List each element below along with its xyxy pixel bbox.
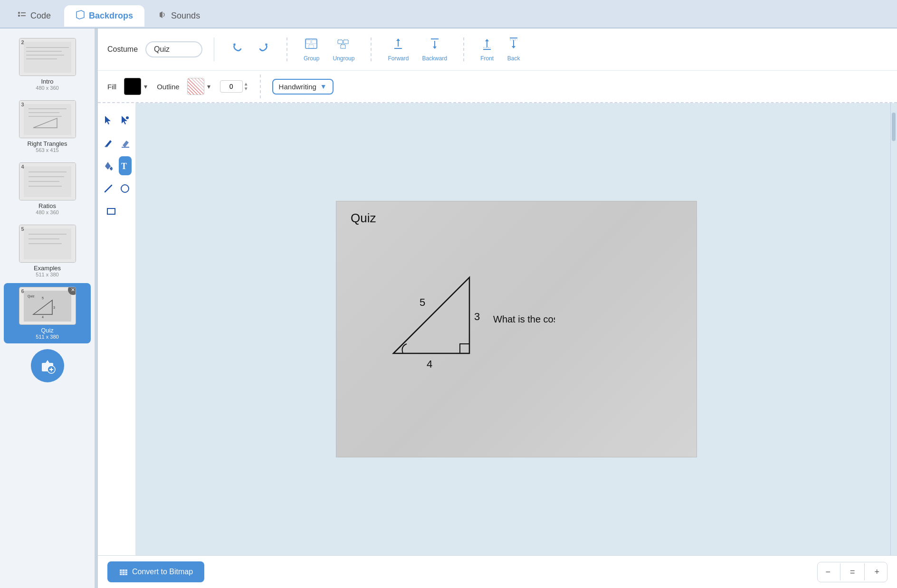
zoom-in-btn[interactable]: + [867, 562, 887, 582]
backdrop-item-right-trangles[interactable]: 3 Right Trangles 563 x 415 [4, 96, 91, 157]
undo-button[interactable] [226, 38, 248, 60]
backdrop-thumb-quiz: 6 ✕ Quiz534 [19, 287, 76, 325]
svg-text:5: 5 [420, 296, 425, 308]
svg-text:T: T [121, 161, 127, 171]
svg-marker-59 [105, 116, 111, 124]
svg-marker-46 [396, 38, 400, 41]
backdrop-label-right-trangles: Right Trangles [28, 140, 67, 147]
ungroup-icon [337, 37, 350, 53]
tab-backdrops[interactable]: Backdrops [64, 5, 144, 27]
group-button[interactable]: Group [299, 34, 324, 65]
canvas-scrollbar[interactable] [890, 103, 897, 555]
outline-stepper: ▲ ▼ [244, 82, 248, 91]
front-label: Front [480, 55, 494, 62]
canvas-wrapper[interactable]: Quiz 5 3 [136, 103, 897, 555]
text-tool-icon: T [120, 161, 130, 171]
backward-icon [428, 37, 441, 53]
zoom-fit-btn[interactable]: = [842, 562, 863, 582]
backdrop-item-quiz[interactable]: 6 ✕ Quiz534 Quiz 511 x 380 [4, 283, 91, 343]
front-icon [480, 37, 494, 53]
backdrop-item-ratios[interactable]: 4 Ratios 480 x 360 [4, 159, 91, 219]
tab-backdrops-label: Backdrops [89, 11, 133, 21]
fill-color-dropdown[interactable]: ▾ [142, 81, 149, 92]
backdrop-thumb-right-trangles: 3 [19, 100, 76, 138]
costume-label: Costume [107, 45, 138, 54]
svg-rect-39 [309, 45, 314, 48]
undo-icon [230, 41, 244, 57]
canvas-quiz-title: Quiz [351, 211, 376, 226]
backdrop-item-intro[interactable]: 2 Intro 480 x 360 [4, 34, 91, 95]
svg-text:4: 4 [427, 358, 432, 370]
canvas-scrollbar-thumb[interactable] [892, 113, 896, 141]
outline-color-dropdown[interactable]: ▾ [205, 81, 212, 92]
tab-bar: Code Backdrops Sounds [0, 0, 897, 28]
tab-code-label: Code [30, 11, 51, 21]
canvas-triangle-svg: 5 3 4 What is the cosine of the given an… [365, 249, 555, 382]
backdrop-size-right-trangles: 563 x 415 [36, 147, 58, 153]
fill-label: Fill [107, 83, 116, 91]
select-tool-btn[interactable] [102, 111, 115, 130]
toolbar-sep-1 [214, 38, 214, 61]
tools-panel: T [98, 103, 136, 555]
svg-marker-68 [393, 277, 469, 353]
sidebar: 2 Intro 480 x 360 3 Right Trangles [0, 28, 95, 588]
eraser-tool-btn[interactable] [119, 133, 132, 152]
tool-row-1 [102, 111, 132, 130]
svg-rect-38 [312, 40, 316, 44]
add-backdrop-button[interactable] [31, 349, 64, 382]
svg-point-61 [126, 116, 129, 119]
outline-value-input[interactable] [220, 80, 243, 93]
svg-rect-42 [344, 40, 348, 44]
svg-marker-31 [46, 360, 49, 363]
zoom-controls: − = + [817, 562, 887, 582]
redo-button[interactable] [252, 38, 275, 60]
convert-btn-label: Convert to Bitmap [132, 568, 193, 576]
backdrop-thumb-examples: 5 [19, 225, 76, 263]
fill-color-swatch[interactable] [124, 78, 141, 95]
backdrop-label-ratios: Ratios [38, 202, 56, 209]
tab-code[interactable]: Code [6, 5, 62, 27]
svg-text:5: 5 [42, 296, 44, 300]
backward-button[interactable]: Backward [417, 34, 452, 65]
text-tool-btn[interactable]: T [119, 156, 132, 175]
tool-row-3: T [102, 156, 132, 175]
zoom-sep-2 [864, 563, 865, 580]
fill-tool-btn[interactable] [102, 156, 115, 175]
add-backdrop-item[interactable] [4, 345, 91, 386]
svg-marker-4 [160, 11, 162, 18]
zoom-out-btn[interactable]: − [818, 562, 838, 582]
svg-rect-5 [24, 42, 71, 73]
svg-text:4: 4 [42, 315, 44, 319]
circle-tool-btn[interactable] [119, 179, 132, 198]
rectangle-tool-btn[interactable] [102, 202, 121, 221]
forward-button[interactable]: Forward [383, 34, 413, 65]
canvas-content: Quiz 5 3 [336, 201, 697, 457]
outline-decrement-btn[interactable]: ▼ [244, 86, 248, 91]
backdrop-item-examples[interactable]: 5 Examples 511 x 380 [4, 221, 91, 281]
svg-point-66 [121, 185, 129, 192]
backward-label: Backward [422, 55, 447, 62]
svg-rect-73 [120, 569, 127, 575]
tab-sounds[interactable]: Sounds [146, 5, 211, 27]
backdrop-label-intro: Intro [41, 78, 53, 85]
costume-input[interactable] [145, 41, 202, 57]
back-button[interactable]: Back [502, 34, 525, 65]
tool-row-4 [102, 179, 132, 198]
pencil-tool-btn[interactable] [102, 133, 115, 152]
svg-point-63 [110, 168, 112, 170]
svg-line-65 [105, 185, 112, 192]
line-tool-btn[interactable] [102, 179, 115, 198]
editor-panel: Costume [98, 28, 897, 588]
svg-marker-52 [485, 39, 489, 41]
ungroup-button[interactable]: Ungroup [328, 34, 359, 65]
reshape-tool-btn[interactable] [119, 111, 132, 130]
convert-to-bitmap-btn[interactable]: Convert to Bitmap [107, 561, 204, 582]
tools-and-canvas: T [98, 103, 897, 555]
zoom-sep-1 [840, 563, 840, 580]
front-button[interactable]: Front [476, 34, 498, 65]
outline-color-swatch[interactable] [187, 78, 204, 95]
svg-rect-37 [306, 40, 311, 44]
font-value: Handwriting [279, 83, 316, 91]
svg-rect-41 [338, 40, 343, 44]
font-select[interactable]: Handwriting ▼ [272, 79, 334, 95]
